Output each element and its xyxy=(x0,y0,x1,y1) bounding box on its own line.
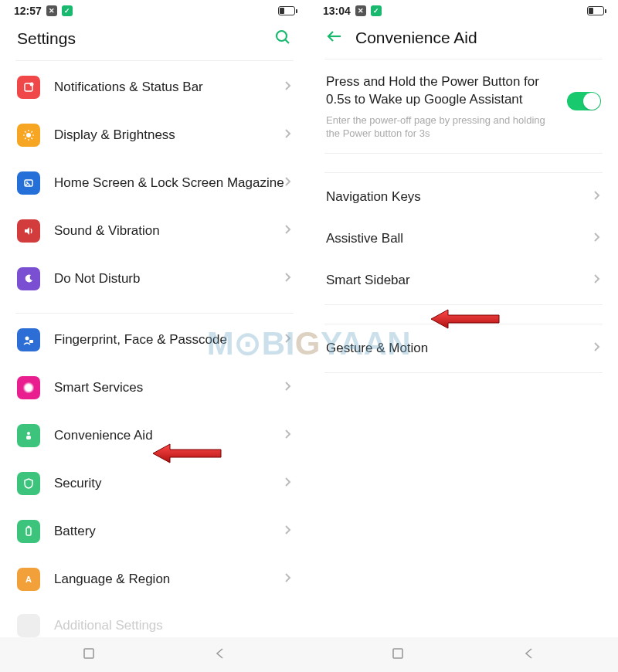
chevron-right-icon xyxy=(284,271,292,287)
battery-settings-icon xyxy=(17,520,40,543)
home-screen-icon xyxy=(17,171,40,195)
svg-point-18 xyxy=(27,432,30,435)
row-label: Convenience Aid xyxy=(40,427,284,444)
smart-services-icon xyxy=(17,376,40,399)
dnd-icon xyxy=(17,267,40,290)
row-label: Do Not Disturb xyxy=(40,270,284,287)
settings-row-sound[interactable]: Sound & Vibration xyxy=(0,207,309,255)
row-assistive-ball[interactable]: Assistive Ball xyxy=(309,218,618,260)
svg-line-1 xyxy=(286,40,290,44)
divider xyxy=(324,372,603,373)
row-label: Fingerprint, Face & Passcode xyxy=(40,331,284,348)
svg-line-11 xyxy=(25,138,26,140)
convenience-aid-icon xyxy=(17,424,40,447)
page-title: Settings xyxy=(17,29,76,48)
row-label: Display & Brightness xyxy=(40,127,284,144)
settings-row-display[interactable]: Display & Brightness xyxy=(0,111,309,159)
row-label: Language & Region xyxy=(40,571,284,588)
svg-point-0 xyxy=(277,31,287,41)
settings-row-battery[interactable]: Battery xyxy=(0,507,309,555)
chevron-right-icon xyxy=(284,572,292,587)
settings-list-group-2: Fingerprint, Face & Passcode Smart Servi… xyxy=(0,313,309,606)
settings-row-home-screen[interactable]: Home Screen & Lock Screen Magazine xyxy=(0,159,309,207)
status-indicator-icon: ✕ xyxy=(355,5,366,16)
security-icon xyxy=(17,472,40,495)
status-indicator-icon: ✓ xyxy=(62,5,73,16)
settings-row-smart-services[interactable]: Smart Services xyxy=(0,364,309,412)
chevron-right-icon xyxy=(284,80,292,95)
chevron-right-icon xyxy=(284,127,292,143)
row-label: Smart Sidebar xyxy=(326,272,593,289)
nav-back-icon[interactable] xyxy=(521,646,537,664)
settings-row-security[interactable]: Security xyxy=(0,460,309,507)
chevron-right-icon xyxy=(284,175,292,191)
page-title: Convenience Aid xyxy=(355,29,477,47)
search-icon[interactable] xyxy=(273,28,292,49)
row-gesture-motion[interactable]: Gesture & Motion xyxy=(309,328,618,369)
svg-rect-20 xyxy=(26,528,31,535)
svg-line-12 xyxy=(32,131,33,133)
toggle-row-power-assistant[interactable]: Press and Hold the Power Button for 0.5s… xyxy=(309,59,618,153)
row-label: Security xyxy=(40,475,284,492)
row-smart-sidebar[interactable]: Smart Sidebar xyxy=(309,260,618,301)
phone-settings: 12:57 ✕ ✓ Settings Notifications & Statu… xyxy=(0,0,309,637)
fingerprint-icon xyxy=(17,328,40,351)
row-label: Sound & Vibration xyxy=(40,222,284,239)
row-label: Battery xyxy=(40,523,284,540)
phone-convenience-aid: 13:04 ✕ ✓ Convenience Aid Press and Hold… xyxy=(309,0,618,637)
row-label: Additional Settings xyxy=(40,618,292,633)
status-indicator-icon: ✓ xyxy=(371,5,382,16)
row-label: Navigation Keys xyxy=(326,188,593,205)
toggle-title: Press and Hold the Power Button for 0.5s… xyxy=(326,73,559,109)
chevron-right-icon xyxy=(593,273,601,288)
navigation-bar xyxy=(0,637,618,672)
chevron-right-icon xyxy=(593,341,601,356)
back-icon[interactable] xyxy=(326,28,343,48)
row-label: Assistive Ball xyxy=(326,230,593,247)
status-indicator-icon: ✕ xyxy=(46,5,57,16)
nav-recents-icon[interactable] xyxy=(390,646,406,664)
settings-row-notifications[interactable]: Notifications & Status Bar xyxy=(0,63,309,111)
svg-line-9 xyxy=(25,131,26,133)
row-label: Home Screen & Lock Screen Magazine xyxy=(40,175,284,192)
svg-rect-26 xyxy=(84,649,93,658)
settings-row-additional[interactable]: Additional Settings xyxy=(0,606,309,637)
toggle-switch[interactable] xyxy=(567,92,601,110)
svg-rect-19 xyxy=(26,436,31,440)
convenience-list-1: Navigation Keys Assistive Ball Smart Sid… xyxy=(309,173,618,304)
status-bar: 13:04 ✕ ✓ xyxy=(309,0,618,19)
svg-marker-15 xyxy=(25,227,29,235)
row-label: Gesture & Motion xyxy=(326,340,593,357)
chevron-right-icon xyxy=(284,476,292,491)
settings-row-dnd[interactable]: Do Not Disturb xyxy=(0,255,309,303)
settings-list-group-1: Notifications & Status Bar Display & Bri… xyxy=(0,60,309,306)
battery-icon xyxy=(587,6,604,15)
chevron-right-icon xyxy=(284,332,292,348)
nav-back-icon[interactable] xyxy=(212,646,228,664)
chevron-right-icon xyxy=(284,428,292,443)
row-label: Smart Services xyxy=(40,379,284,396)
settings-row-convenience-aid[interactable]: Convenience Aid xyxy=(0,412,309,460)
settings-header: Settings xyxy=(0,19,309,60)
row-label: Notifications & Status Bar xyxy=(40,79,284,96)
row-navigation-keys[interactable]: Navigation Keys xyxy=(309,176,618,218)
sound-icon xyxy=(17,219,40,243)
additional-settings-icon xyxy=(17,614,40,637)
notifications-icon xyxy=(17,76,40,99)
convenience-header: Convenience Aid xyxy=(309,19,618,59)
chevron-right-icon xyxy=(284,223,292,239)
display-icon xyxy=(17,124,40,147)
chevron-right-icon xyxy=(593,231,601,246)
chevron-right-icon xyxy=(284,380,292,395)
svg-line-10 xyxy=(32,138,33,140)
svg-point-4 xyxy=(26,133,31,137)
convenience-list-2: Gesture & Motion xyxy=(309,324,618,372)
status-time: 12:57 xyxy=(14,5,42,17)
settings-row-fingerprint[interactable]: Fingerprint, Face & Passcode xyxy=(0,316,309,364)
nav-recents-icon[interactable] xyxy=(81,646,97,664)
chevron-right-icon xyxy=(284,524,292,539)
chevron-right-icon xyxy=(593,189,601,205)
language-icon: A xyxy=(17,568,40,591)
settings-row-language[interactable]: A Language & Region xyxy=(0,555,309,603)
svg-point-16 xyxy=(25,337,29,341)
